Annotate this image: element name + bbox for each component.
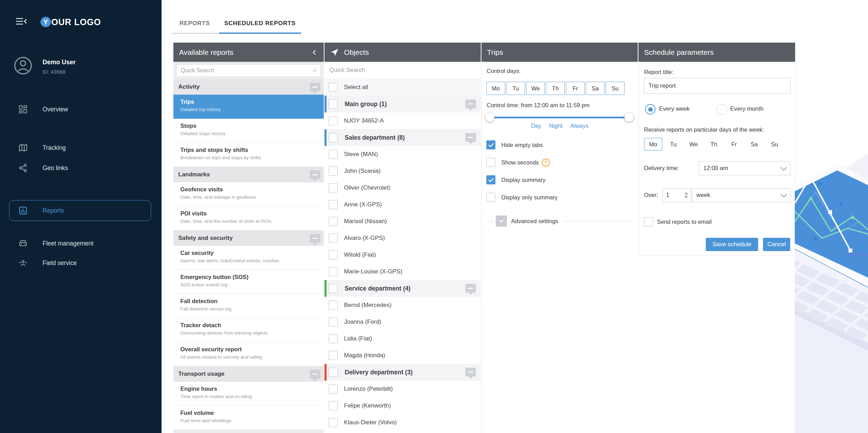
slider-handle-start[interactable] bbox=[485, 113, 494, 122]
sidebar-item-tracking[interactable]: Tracking bbox=[0, 138, 162, 157]
object-group-checkbox[interactable] bbox=[329, 133, 338, 142]
option-checkbox[interactable] bbox=[486, 140, 495, 149]
slider-handle-end[interactable] bbox=[624, 113, 634, 122]
object-checkbox[interactable] bbox=[329, 384, 338, 394]
option-checkbox[interactable] bbox=[486, 175, 495, 184]
report-item[interactable]: Fall detectionFall detection sensor log bbox=[173, 294, 324, 318]
receive-day-cell[interactable]: Th bbox=[705, 138, 723, 151]
report-group-header[interactable]: Safety and security bbox=[173, 230, 324, 246]
speech-bubble-minus-icon[interactable] bbox=[465, 100, 476, 108]
clear-x-icon[interactable]: ✕ bbox=[312, 67, 317, 74]
report-item[interactable]: StopsDetailed stops history bbox=[173, 119, 324, 143]
object-group-row[interactable]: Delivery department (3) bbox=[324, 364, 481, 381]
speech-bubble-minus-icon[interactable] bbox=[465, 284, 476, 293]
object-row[interactable]: Bernd (Mercedes) bbox=[324, 297, 481, 314]
object-checkbox[interactable] bbox=[329, 250, 338, 259]
speech-bubble-minus-icon[interactable] bbox=[465, 368, 476, 376]
object-row[interactable]: Anne (X-GPS) bbox=[324, 196, 481, 213]
send-email-checkbox[interactable] bbox=[644, 217, 653, 226]
chevron-down-icon[interactable] bbox=[496, 215, 507, 227]
receive-day-cell[interactable]: Su bbox=[765, 138, 784, 151]
object-row[interactable]: Klaus-Dieter (Volvo) bbox=[324, 414, 481, 431]
speech-bubble-minus-icon[interactable] bbox=[465, 133, 476, 142]
report-item[interactable]: Emergency button (SOS)SOS button events … bbox=[173, 270, 324, 294]
radio-every-week[interactable] bbox=[645, 104, 656, 115]
control-day-button[interactable]: We bbox=[526, 82, 545, 95]
report-item[interactable]: Engine hoursTime spent in motion and on … bbox=[173, 382, 324, 406]
control-day-button[interactable]: Mo bbox=[486, 82, 505, 95]
objects-search-input[interactable]: Quick Search bbox=[324, 62, 481, 79]
object-row[interactable]: Lorenzo (Peterbilt) bbox=[324, 381, 481, 397]
object-row[interactable]: Felipe (Kenworth) bbox=[324, 397, 481, 414]
speech-bubble-minus-icon[interactable] bbox=[310, 170, 320, 179]
object-checkbox[interactable] bbox=[329, 167, 338, 176]
report-item[interactable]: Geofence visitsDate, time, and mileage i… bbox=[173, 182, 324, 206]
tab-reports[interactable]: REPORTS bbox=[172, 14, 217, 34]
object-checkbox[interactable] bbox=[329, 217, 338, 226]
object-checkbox[interactable] bbox=[329, 418, 338, 427]
chevron-left-icon[interactable] bbox=[310, 49, 318, 56]
object-row[interactable]: Witold (Fiat) bbox=[324, 247, 481, 263]
object-group-checkbox[interactable] bbox=[329, 368, 338, 377]
receive-day-cell[interactable]: Tu bbox=[664, 138, 682, 151]
speech-bubble-minus-icon[interactable] bbox=[310, 83, 320, 91]
spinner-arrows-icon[interactable] bbox=[684, 192, 688, 198]
object-checkbox[interactable] bbox=[329, 200, 338, 209]
object-row[interactable]: Oliver (Chevrolet) bbox=[324, 179, 481, 196]
report-title-input[interactable] bbox=[644, 78, 791, 94]
over-unit-select[interactable]: week bbox=[692, 188, 791, 202]
report-item[interactable]: Tracker detachDemounting devices from tr… bbox=[173, 318, 324, 342]
receive-day-cell[interactable]: Mo bbox=[644, 138, 662, 151]
object-row[interactable]: Alvaro (X-GPS) bbox=[324, 230, 481, 247]
menu-collapse-icon[interactable] bbox=[16, 16, 28, 27]
object-checkbox[interactable] bbox=[329, 334, 338, 343]
report-item[interactable]: POI visitsDate, time, and the number of … bbox=[173, 206, 324, 230]
sidebar-item-field-service[interactable]: Field service bbox=[0, 253, 162, 273]
speech-bubble-minus-icon[interactable] bbox=[310, 234, 320, 243]
object-group-checkbox[interactable] bbox=[329, 284, 338, 293]
option-checkbox[interactable] bbox=[486, 193, 495, 202]
object-row[interactable]: Marisol (Nissan) bbox=[324, 213, 481, 230]
preset-day[interactable]: Day bbox=[531, 123, 541, 129]
report-group-header[interactable]: Transport usage bbox=[173, 366, 324, 382]
select-all-row[interactable]: Select all bbox=[324, 79, 481, 96]
sidebar-item-overview[interactable]: Overview bbox=[0, 100, 162, 119]
control-day-button[interactable]: Sa bbox=[586, 82, 605, 95]
control-day-button[interactable]: Th bbox=[546, 82, 565, 95]
object-row[interactable]: Magda (Honda) bbox=[324, 347, 481, 364]
object-row[interactable]: Lidia (Fiat) bbox=[324, 330, 481, 347]
object-checkbox[interactable] bbox=[329, 301, 338, 310]
object-checkbox[interactable] bbox=[329, 267, 338, 276]
object-row[interactable]: Steve (MAN) bbox=[324, 146, 481, 163]
option-checkbox[interactable] bbox=[486, 158, 495, 167]
object-checkbox[interactable] bbox=[329, 351, 338, 360]
object-checkbox[interactable] bbox=[329, 401, 338, 410]
receive-day-cell[interactable]: Sa bbox=[745, 138, 763, 151]
slider-track[interactable] bbox=[487, 117, 632, 118]
speech-bubble-minus-icon[interactable] bbox=[310, 370, 320, 379]
report-group-header[interactable]: Landmarks bbox=[173, 167, 324, 182]
preset-always[interactable]: Always bbox=[570, 123, 589, 129]
object-row[interactable]: Joanna (Ford) bbox=[324, 314, 481, 330]
over-quantity-stepper[interactable]: 1 bbox=[662, 188, 691, 202]
report-item[interactable]: Overall security reportAll events relate… bbox=[173, 342, 324, 366]
object-row[interactable]: NJOY 34652-A bbox=[324, 112, 481, 129]
receive-day-cell[interactable]: We bbox=[684, 138, 703, 151]
delivery-time-select[interactable]: 12:00 am bbox=[699, 161, 791, 175]
receive-day-cell[interactable]: Fr bbox=[725, 138, 743, 151]
sidebar-item-geo-links[interactable]: Geo links bbox=[0, 158, 162, 178]
tab-scheduled-reports[interactable]: SCHEDULED REPORTS bbox=[219, 14, 301, 34]
control-day-button[interactable]: Fr bbox=[566, 82, 585, 95]
object-checkbox[interactable] bbox=[329, 183, 338, 192]
cancel-button[interactable]: Cancel bbox=[763, 238, 790, 251]
object-checkbox[interactable] bbox=[329, 116, 338, 125]
report-item[interactable]: Car securityAlarms, tow alerts, AutoCont… bbox=[173, 246, 324, 270]
object-checkbox[interactable] bbox=[329, 317, 338, 326]
report-group-header[interactable]: Activity bbox=[173, 79, 324, 95]
object-checkbox[interactable] bbox=[329, 150, 338, 159]
report-item[interactable]: Trips and stops by shiftsBreakdown on tr… bbox=[173, 143, 324, 167]
object-checkbox[interactable] bbox=[329, 234, 338, 243]
object-group-checkbox[interactable] bbox=[329, 100, 338, 109]
question-circle-icon[interactable]: ? bbox=[542, 159, 550, 167]
save-schedule-button[interactable]: Save schedule bbox=[706, 238, 758, 251]
